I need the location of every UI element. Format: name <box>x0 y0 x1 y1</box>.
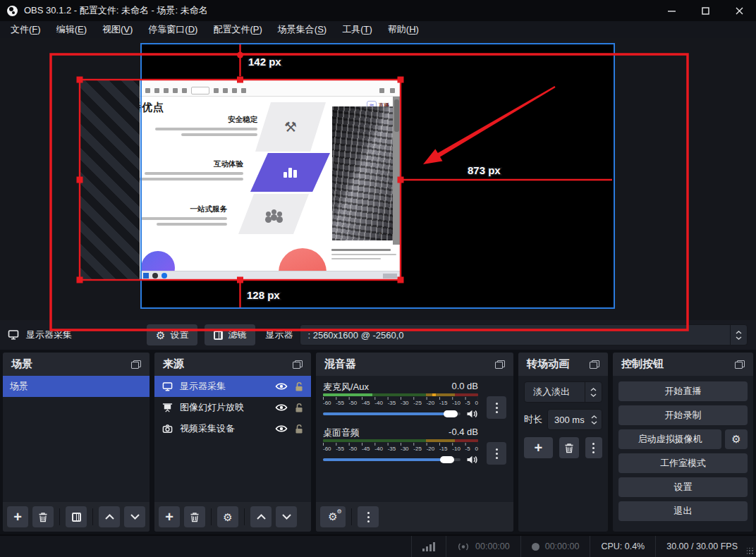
move-scene-down-button[interactable] <box>124 506 145 527</box>
source-row[interactable]: 视频采集设备 <box>154 418 311 439</box>
preview-area[interactable]: 播优点 ≋ 直播 安全稳定 ⚒ 互动体验 一站式服务 7 <box>0 38 756 320</box>
display-capture-hatched-region[interactable] <box>80 80 140 279</box>
combo-arrows-icon[interactable] <box>730 325 747 345</box>
transitions-body: 淡入淡出 时长 300 ms + <box>518 376 608 532</box>
pdf-toolbar-icon <box>241 88 246 93</box>
eye-icon[interactable] <box>275 382 288 391</box>
resize-grip[interactable] <box>747 548 754 555</box>
source-row[interactable]: 图像幻灯片放映 <box>154 397 311 418</box>
menu-profile[interactable]: 配置文件(P) <box>205 21 269 38</box>
controls-body: 开始直播 开始录制 启动虚拟摄像机 ⚙ 工作室模式 设置 退出 <box>613 376 753 532</box>
add-source-button[interactable]: + <box>159 506 180 527</box>
popout-icon[interactable] <box>735 360 745 369</box>
speaker-icon[interactable] <box>466 409 478 419</box>
popout-icon[interactable] <box>495 360 505 369</box>
move-source-down-button[interactable] <box>276 506 297 527</box>
transition-select[interactable]: 淡入淡出 <box>524 381 602 403</box>
volume-slider[interactable] <box>323 412 461 415</box>
spin-arrows-icon[interactable] <box>591 415 602 424</box>
studio-mode-button[interactable]: 工作室模式 <box>618 453 748 473</box>
move-scene-up-button[interactable] <box>99 506 120 527</box>
channel-menu-button[interactable] <box>487 396 506 419</box>
popout-icon[interactable] <box>590 360 599 369</box>
transition-menu-button[interactable] <box>585 437 602 458</box>
volume-slider[interactable] <box>323 458 461 461</box>
people-icon <box>266 212 282 216</box>
start-recording-button[interactable]: 开始录制 <box>618 405 748 425</box>
signal-bars-icon <box>422 542 435 551</box>
divider <box>211 508 212 525</box>
menu-scene-collection[interactable]: 场景集合(S) <box>270 21 334 38</box>
controls-header: 控制按钮 <box>613 353 753 376</box>
maximize-button[interactable] <box>688 0 722 21</box>
advanced-audio-button[interactable]: ⚙ <box>320 506 346 527</box>
remove-transition-button[interactable] <box>559 437 579 458</box>
display-select[interactable]: : 2560x1600 @ -2560,0 <box>300 324 748 345</box>
menu-help[interactable]: 帮助(H) <box>380 21 427 38</box>
captured-window[interactable]: 播优点 ≋ 直播 安全稳定 ⚒ 互动体验 一站式服务 7 <box>140 80 401 280</box>
mixer-channel-mic: 麦克风/Aux 0.0 dB -60-55-50-45-40-35-30-25-… <box>323 381 506 420</box>
popout-icon[interactable] <box>293 360 303 369</box>
exit-button[interactable]: 退出 <box>618 501 748 521</box>
source-properties-button[interactable]: ⚙ <box>217 506 238 527</box>
filters-icon <box>214 331 223 340</box>
menu-edit[interactable]: 编辑(E) <box>49 21 94 38</box>
add-transition-button[interactable]: + <box>524 437 553 458</box>
duration-spinbox[interactable]: 300 ms <box>547 409 602 430</box>
settings-button[interactable]: 设置 <box>618 477 748 497</box>
source-properties-button[interactable]: ⚙ 设置 <box>147 324 197 345</box>
pdf-toolbar-icon <box>223 88 228 93</box>
close-button[interactable] <box>722 0 756 21</box>
slider-handle[interactable] <box>440 456 454 463</box>
move-source-up-button[interactable] <box>250 506 272 527</box>
remove-scene-button[interactable] <box>32 506 54 527</box>
start-virtual-camera-button[interactable]: 启动虚拟摄像机 <box>618 429 721 449</box>
selected-source-name: 显示器采集 <box>7 329 140 341</box>
trash-icon <box>190 512 200 522</box>
eye-icon[interactable] <box>275 424 288 433</box>
trash-icon <box>38 512 48 522</box>
lock-icon[interactable] <box>294 424 304 434</box>
add-scene-button[interactable]: + <box>7 506 28 527</box>
menu-tools[interactable]: 工具(T) <box>334 21 380 38</box>
slide-text-line <box>140 178 243 180</box>
source-filters-button[interactable]: 滤镜 <box>205 324 255 345</box>
scene-row[interactable]: 场景 <box>3 376 150 397</box>
menu-file[interactable]: 文件(F) <box>3 21 49 38</box>
popout-icon[interactable] <box>131 360 141 369</box>
divider <box>351 508 352 525</box>
slider-handle[interactable] <box>444 410 458 417</box>
lock-icon[interactable] <box>294 403 304 413</box>
virtual-camera-settings-button[interactable]: ⚙ <box>725 429 748 449</box>
channel-menu-button[interactable] <box>487 442 506 465</box>
speaker-icon[interactable] <box>466 455 478 465</box>
captured-taskbar <box>140 271 401 280</box>
source-row[interactable]: 显示器采集 <box>154 376 311 397</box>
divider <box>92 508 93 525</box>
remove-source-button[interactable] <box>184 506 205 527</box>
pdf-toolbar-icon <box>379 88 384 93</box>
sources-toolbar: + ⚙ <box>154 502 311 532</box>
menu-view[interactable]: 视图(V) <box>94 21 140 38</box>
channel-db: 0.0 dB <box>451 381 478 393</box>
tools-icon: ⚒ <box>284 118 297 135</box>
meter-scale: -60-55-50-45-40-35-30-25-20-15-10-50 <box>323 446 478 453</box>
slide-text-line <box>141 217 227 220</box>
slide-title: 播优点 <box>140 101 164 114</box>
minimize-button[interactable] <box>654 0 688 21</box>
pdf-scrollbar[interactable] <box>393 97 401 245</box>
scene-filters-button[interactable] <box>66 506 87 527</box>
slideshow-icon <box>161 403 173 413</box>
combo-arrows-icon[interactable] <box>585 382 602 402</box>
slide-text-line <box>145 172 243 175</box>
transitions-dock: 转场动画 淡入淡出 时长 300 ms <box>518 353 608 532</box>
eye-icon[interactable] <box>275 403 288 412</box>
menu-docks[interactable]: 停靠窗口(D) <box>140 21 205 38</box>
start-streaming-button[interactable]: 开始直播 <box>618 381 748 401</box>
mixer-menu-button[interactable] <box>358 506 379 527</box>
duration-label: 时长 <box>524 413 542 426</box>
mixer-channel-desktop: 桌面音频 -0.4 dB -60-55-50-45-40-35-30-25-20… <box>323 427 506 466</box>
slide-text-line <box>157 223 227 226</box>
lock-icon[interactable] <box>294 381 304 392</box>
volume-meter <box>323 439 478 442</box>
